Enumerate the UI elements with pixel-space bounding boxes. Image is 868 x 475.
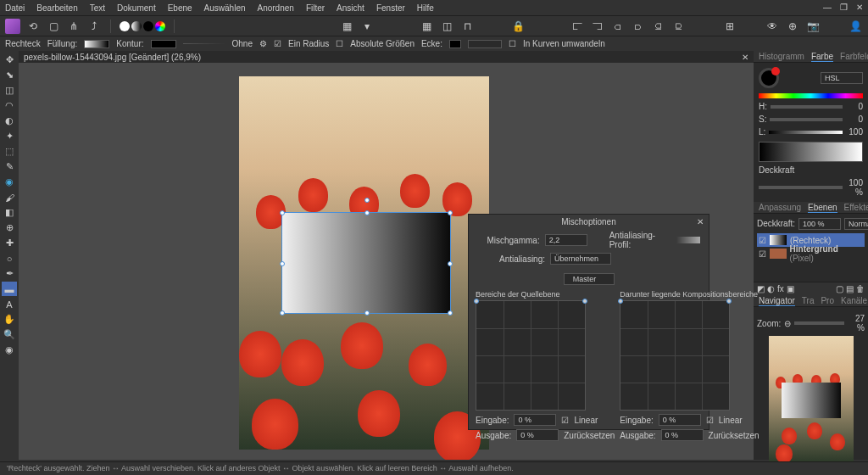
navigator-preview[interactable] bbox=[769, 336, 854, 463]
eraser-tool-icon[interactable]: ◧ bbox=[2, 205, 17, 220]
tab-anpassung[interactable]: Anpassung bbox=[759, 203, 801, 212]
src-input[interactable]: 0 % bbox=[514, 414, 556, 426]
hand-tool-icon[interactable]: ✋ bbox=[2, 312, 17, 327]
magnet-icon[interactable]: ⊓ bbox=[459, 19, 475, 34]
menu-ansicht[interactable]: Ansicht bbox=[337, 3, 364, 13]
maximize-icon[interactable]: ❐ bbox=[840, 3, 848, 12]
corner-value[interactable] bbox=[468, 40, 502, 48]
lock-icon[interactable]: 🔒 bbox=[510, 19, 526, 34]
node-tool-icon[interactable]: ⬊ bbox=[2, 68, 17, 82]
menu-bearbeiten[interactable]: Bearbeiten bbox=[36, 3, 77, 13]
delete-icon[interactable]: 🗑 bbox=[856, 284, 865, 293]
camera-icon[interactable]: 📷 bbox=[805, 19, 821, 34]
blend-mode-dropdown[interactable]: Normal bbox=[844, 218, 868, 230]
align-right-icon[interactable]: ⫏ bbox=[610, 19, 626, 34]
dst-linear-check[interactable]: Linear bbox=[719, 416, 743, 425]
abs-checkbox[interactable]: Absolute Größen bbox=[350, 39, 415, 48]
menu-hilfe[interactable]: Hilfe bbox=[417, 3, 434, 13]
menu-filter[interactable]: Filter bbox=[306, 3, 325, 13]
tab-effekte[interactable]: Effekte bbox=[844, 203, 868, 212]
pen-tool-icon[interactable]: ✒ bbox=[2, 266, 17, 281]
src-linear-check[interactable]: Linear bbox=[574, 416, 598, 425]
dialog-close-icon[interactable]: ✕ bbox=[697, 217, 704, 226]
share-icon[interactable]: ⤴ bbox=[86, 19, 102, 34]
align-top-icon[interactable]: ⫐ bbox=[631, 19, 646, 34]
gradient-preview[interactable] bbox=[759, 142, 863, 162]
dst-output[interactable]: 0 % bbox=[661, 429, 704, 441]
add-layer-icon[interactable]: ▤ bbox=[846, 284, 854, 293]
hue-slider[interactable] bbox=[759, 93, 863, 98]
convert-button[interactable]: In Kurven umwandeln bbox=[523, 39, 605, 48]
clone-tool-icon[interactable]: ⊕ bbox=[2, 221, 17, 235]
dst-reset-button[interactable]: Zurücksetzen bbox=[709, 431, 760, 440]
tab-farbfelder[interactable]: Farbfelder bbox=[840, 52, 868, 61]
minimize-icon[interactable]: — bbox=[823, 3, 832, 12]
panel-icon[interactable]: ◫ bbox=[439, 19, 454, 34]
align-center-icon[interactable]: ⫎ bbox=[590, 19, 605, 34]
color-adjust-icons[interactable] bbox=[120, 21, 165, 31]
stroke-style[interactable]: Ohne bbox=[232, 39, 253, 48]
stroke-swatch[interactable] bbox=[151, 40, 176, 48]
fill-swatch[interactable] bbox=[84, 40, 109, 48]
dodge-tool-icon[interactable]: ○ bbox=[2, 251, 17, 265]
dashboard-icon[interactable]: ▦ bbox=[419, 19, 434, 34]
menu-ebene[interactable]: Ebene bbox=[168, 3, 192, 13]
h-slider[interactable] bbox=[771, 105, 843, 109]
src-output[interactable]: 0 % bbox=[516, 429, 559, 441]
tab-tra[interactable]: Tra bbox=[802, 296, 815, 305]
l-slider[interactable] bbox=[769, 131, 843, 134]
opacity-slider[interactable] bbox=[759, 186, 843, 189]
aa-profile-preview[interactable] bbox=[676, 237, 700, 243]
group-icon[interactable]: ▢ bbox=[836, 284, 843, 293]
source-curve[interactable] bbox=[476, 300, 586, 411]
document-canvas[interactable] bbox=[239, 76, 489, 450]
adjust-icon[interactable]: ◐ bbox=[767, 284, 775, 293]
sync-icon[interactable]: ⟲ bbox=[25, 19, 41, 34]
tab-navigator[interactable]: Navigator bbox=[759, 296, 795, 306]
gear-icon[interactable]: ⚙ bbox=[259, 39, 267, 48]
shape-tool-icon[interactable]: ▬ bbox=[2, 282, 17, 296]
dst-input[interactable]: 0 % bbox=[659, 414, 701, 426]
zoom-tool-icon[interactable]: 🔍 bbox=[2, 327, 17, 342]
eye-icon[interactable]: 👁 bbox=[765, 19, 780, 34]
gamma-dropdown[interactable]: 2,2 bbox=[545, 234, 587, 246]
aa-dropdown[interactable]: Übernehmen bbox=[550, 253, 611, 265]
menu-fenster[interactable]: Fenster bbox=[376, 3, 405, 13]
user-icon[interactable]: 👤 bbox=[848, 19, 863, 34]
move-tool-icon[interactable]: ✥ bbox=[2, 53, 17, 67]
color-picker-icon[interactable]: ✎ bbox=[2, 159, 17, 174]
selected-rectangle[interactable] bbox=[281, 212, 451, 314]
src-reset-button[interactable]: Zurücksetzen bbox=[564, 431, 615, 440]
layer-opacity[interactable]: 100 % bbox=[798, 218, 841, 230]
stroke-preview[interactable] bbox=[183, 43, 225, 44]
align-middle-icon[interactable]: ⫑ bbox=[651, 19, 666, 34]
snap-icon[interactable]: ⊞ bbox=[722, 19, 737, 34]
wifi-icon[interactable]: ⋔ bbox=[66, 19, 81, 34]
gradient-tool-icon[interactable]: ◉ bbox=[2, 175, 17, 189]
tab-pro[interactable]: Pro bbox=[821, 296, 834, 305]
view-tool-icon[interactable]: ◉ bbox=[2, 343, 17, 357]
tab-ebenen[interactable]: Ebenen bbox=[808, 203, 837, 213]
grid-icon[interactable]: ▦ bbox=[339, 19, 354, 34]
crop-tool-icon[interactable]: ⬚ bbox=[2, 144, 17, 159]
color-mode-dropdown[interactable]: HSL bbox=[821, 72, 863, 84]
lasso-tool-icon[interactable]: ◠ bbox=[2, 98, 17, 113]
assist-icon[interactable]: ⊕ bbox=[785, 19, 800, 34]
brush-tool-icon[interactable]: 🖌 bbox=[2, 190, 17, 204]
menu-auswaehlen[interactable]: Auswählen bbox=[204, 3, 246, 13]
dest-curve[interactable] bbox=[620, 300, 730, 411]
channel-dropdown[interactable]: Master bbox=[564, 273, 615, 285]
zoom-slider[interactable] bbox=[794, 321, 844, 325]
artboard-tool-icon[interactable]: ◫ bbox=[2, 83, 17, 98]
heal-tool-icon[interactable]: ✚ bbox=[2, 236, 17, 250]
color-well-icon[interactable] bbox=[759, 68, 779, 88]
fx-icon[interactable]: fx bbox=[777, 284, 784, 293]
align-bottom-icon[interactable]: ⫒ bbox=[671, 19, 687, 34]
snap-checkbox[interactable]: Ein Radius bbox=[288, 39, 329, 48]
document-tab[interactable]: pexels-billow-15443094.jpg [Geändert] (2… bbox=[19, 51, 754, 63]
tab-farbe[interactable]: Farbe bbox=[811, 52, 833, 62]
layer-background[interactable]: ☑ Hintergrund (Pixel) bbox=[757, 247, 865, 260]
close-icon[interactable]: ✕ bbox=[856, 3, 863, 12]
dropdown-icon[interactable]: ▾ bbox=[359, 19, 375, 34]
menu-dokument[interactable]: Dokument bbox=[117, 3, 156, 13]
